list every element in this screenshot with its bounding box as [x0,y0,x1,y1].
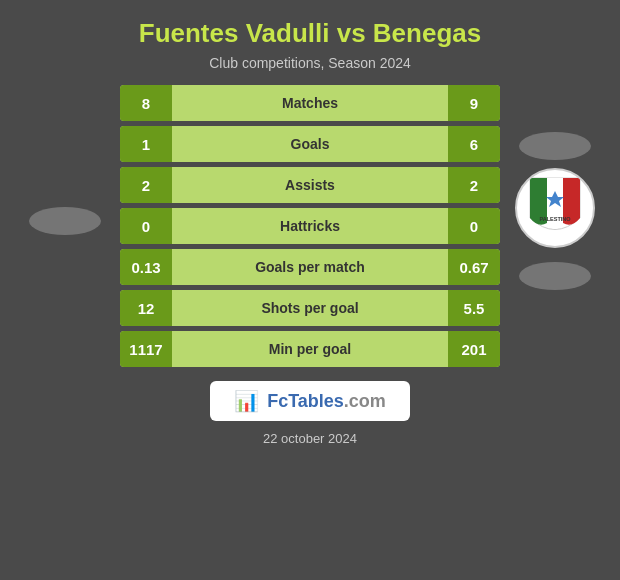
right-oval-top [519,132,591,160]
team-logo: PALESTINO [515,168,595,248]
stat-left-value: 1117 [120,331,172,367]
stat-row: 0Hattricks0 [120,208,500,244]
stats-rows: 8Matches91Goals62Assists20Hattricks00.13… [120,85,500,367]
left-oval-top [29,207,101,235]
match-title: Fuentes Vadulli vs Benegas [139,18,481,49]
stats-section: 8Matches91Goals62Assists20Hattricks00.13… [20,85,600,367]
stat-label: Hattricks [172,218,448,234]
stat-left-value: 1 [120,126,172,162]
stat-label: Goals [172,136,448,152]
stat-right-value: 2 [448,167,500,203]
main-container: Fuentes Vadulli vs Benegas Club competit… [0,0,620,456]
stat-right-value: 6 [448,126,500,162]
stat-row: 1Goals6 [120,126,500,162]
stat-row: 8Matches9 [120,85,500,121]
stat-row: 12Shots per goal5.5 [120,290,500,326]
svg-text:PALESTINO: PALESTINO [539,216,571,222]
right-team-logos: PALESTINO [510,132,600,290]
right-oval-mid [519,262,591,290]
stat-label: Min per goal [172,341,448,357]
brand-box: 📊 FcTables.com [210,381,410,421]
footer-date: 22 october 2024 [263,431,357,446]
stat-label: Shots per goal [172,300,448,316]
stat-row: 1117Min per goal201 [120,331,500,367]
stat-label: Goals per match [172,259,448,275]
stat-left-value: 0 [120,208,172,244]
left-team-logos [20,207,110,235]
stat-label: Matches [172,95,448,111]
stat-row: 2Assists2 [120,167,500,203]
stat-right-value: 9 [448,85,500,121]
stat-right-value: 0.67 [448,249,500,285]
stat-left-value: 0.13 [120,249,172,285]
stat-label: Assists [172,177,448,193]
stat-right-value: 201 [448,331,500,367]
stat-right-value: 0 [448,208,500,244]
stat-row: 0.13Goals per match0.67 [120,249,500,285]
stat-left-value: 8 [120,85,172,121]
brand-name: FcTables.com [267,391,386,412]
match-subtitle: Club competitions, Season 2024 [209,55,411,71]
stat-left-value: 2 [120,167,172,203]
brand-icon: 📊 [234,389,259,413]
stat-left-value: 12 [120,290,172,326]
stat-right-value: 5.5 [448,290,500,326]
